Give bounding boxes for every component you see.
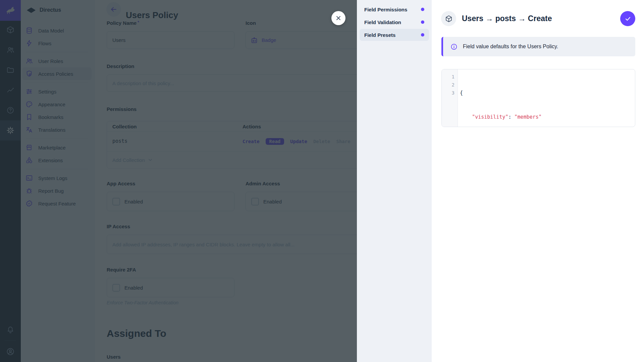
drawer-dim-overlay[interactable] [0,0,357,362]
drawer-title: Users → posts → Create [462,14,620,23]
info-notice: Field value defaults for the Users Polic… [441,37,635,56]
field-detail-drawer: Field Permissions Field Validation Field… [357,0,644,362]
drawer-tabs: Field Permissions Field Validation Field… [357,0,432,362]
code-content[interactable]: { "visibility": "members" } [458,69,635,127]
close-icon [335,15,342,21]
info-icon [450,43,458,50]
status-dot [421,20,424,24]
tab-field-permissions[interactable]: Field Permissions [360,3,429,15]
status-dot [421,8,424,11]
code-editor[interactable]: 1 2 3 { "visibility": "members" } [441,69,635,127]
cube-icon [441,11,456,26]
tab-field-presets[interactable]: Field Presets [360,29,429,41]
drawer-main: Users → posts → Create Field value defau… [432,0,644,362]
status-dot [421,33,424,37]
code-line: "visibility": "members" [460,113,635,121]
directus-app: Directus Data Model Flows User Roles Acc… [0,0,644,362]
drawer-header: Users → posts → Create [441,11,635,26]
save-button[interactable] [620,11,635,26]
close-drawer-button[interactable] [331,11,345,25]
tab-field-validation[interactable]: Field Validation [360,16,429,28]
notice-text: Field value defaults for the Users Polic… [463,44,558,50]
check-icon [624,15,632,22]
line-numbers: 1 2 3 [442,69,458,127]
code-line: { [460,89,635,97]
